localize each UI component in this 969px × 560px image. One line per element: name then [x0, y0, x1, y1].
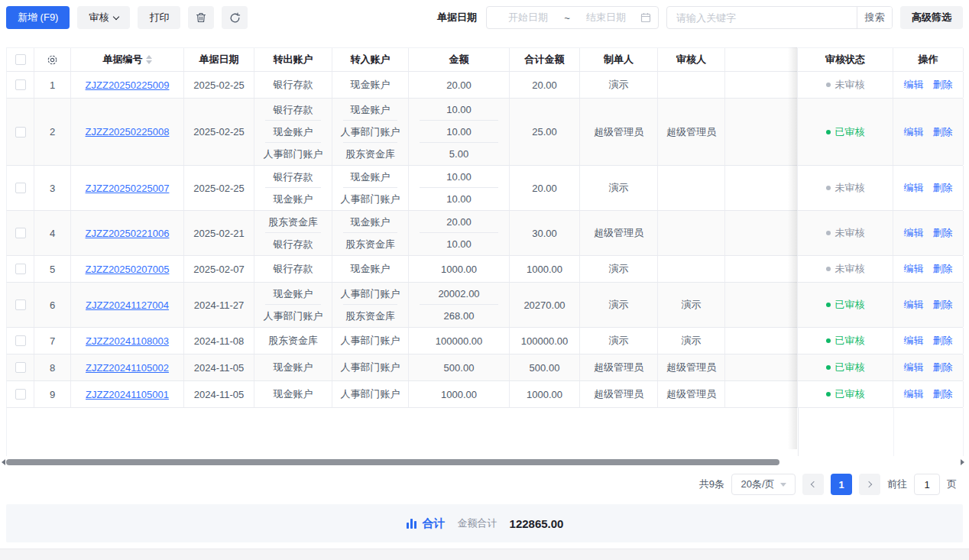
edit-link[interactable]: 编辑 [904, 387, 924, 401]
delete-link[interactable]: 删除 [933, 78, 953, 92]
row-select-cell [7, 328, 34, 354]
status-dot [826, 338, 831, 343]
date-range-picker[interactable]: 开始日期 ~ 结束日期 [486, 6, 659, 29]
transfer-amount: 20002.00 [409, 283, 509, 305]
cell-doc-code: ZJZZ20241108003 [71, 328, 184, 354]
cell-doc-code: ZJZZ20250207005 [71, 256, 184, 282]
print-button[interactable]: 打印 [138, 6, 180, 29]
status-dot [826, 267, 831, 271]
search-button[interactable]: 搜索 [857, 7, 892, 28]
edit-link[interactable]: 编辑 [904, 226, 924, 240]
doc-code-link[interactable]: ZJZZ20250207005 [86, 264, 170, 275]
goto-page-input[interactable] [914, 474, 940, 495]
sort-icon[interactable] [146, 55, 152, 64]
refresh-button[interactable] [222, 6, 248, 29]
goto-label: 前往 [887, 477, 907, 491]
cell-spacer [725, 354, 798, 380]
row-checkbox[interactable] [15, 362, 26, 373]
cell-operations: 编辑删除 [893, 328, 964, 354]
edit-link[interactable]: 编辑 [904, 125, 924, 139]
cell-auditor: 演示 [658, 283, 725, 327]
cell-audit-status: 已审核 [798, 381, 893, 407]
edit-link[interactable]: 编辑 [904, 361, 924, 374]
print-button-label: 打印 [149, 11, 169, 24]
page-size-select[interactable]: 20条/页 [731, 474, 796, 495]
row-checkbox[interactable] [15, 183, 26, 193]
row-index: 6 [34, 283, 71, 327]
prev-page-button[interactable] [802, 474, 824, 495]
column-header-in-account: 转入账户 [332, 48, 409, 71]
column-header-total: 合计金额 [510, 48, 580, 71]
scrollbar-thumb[interactable] [6, 459, 779, 465]
status-label: 已审核 [835, 387, 865, 401]
fixed-columns-extension [798, 408, 964, 456]
calendar-icon [640, 12, 651, 23]
cell-doc-date: 2024-11-05 [184, 354, 254, 380]
audit-dropdown-button[interactable]: 审核 [77, 6, 130, 29]
delete-link[interactable]: 删除 [933, 262, 953, 276]
edit-link[interactable]: 编辑 [904, 262, 924, 276]
cell-operations: 编辑删除 [893, 256, 964, 282]
select-all-checkbox[interactable] [15, 54, 26, 65]
edit-link[interactable]: 编辑 [904, 298, 924, 312]
keyword-input[interactable] [667, 7, 857, 28]
transfer-amount: 268.00 [409, 305, 509, 327]
start-date-input[interactable]: 开始日期 [494, 11, 562, 24]
doc-code-link[interactable]: ZJZZ20241105001 [86, 389, 169, 400]
cell-maker: 演示 [580, 256, 658, 282]
table-header: 单据编号 单据日期 转出账户 转入账户 金额 合计金额 制单人 审核人 审核状态… [6, 47, 963, 72]
cell-in: 人事部门账户 [332, 328, 409, 354]
edit-link[interactable]: 编辑 [904, 334, 924, 348]
status-dot [826, 303, 831, 307]
cell-operations: 编辑删除 [893, 166, 964, 210]
delete-link[interactable]: 删除 [933, 387, 953, 401]
advanced-filter-button[interactable]: 高级筛选 [900, 6, 963, 29]
cell-audit-status: 未审核 [798, 166, 893, 210]
cell-operations: 编辑删除 [893, 99, 964, 165]
doc-code-link[interactable]: ZJZZ20250225009 [86, 79, 170, 91]
doc-code-link[interactable]: ZJZZ20250221006 [86, 228, 170, 239]
row-checkbox[interactable] [15, 299, 26, 310]
delete-link[interactable]: 删除 [933, 361, 953, 374]
delete-link[interactable]: 删除 [933, 298, 953, 312]
status-dot [826, 130, 831, 134]
column-settings-gear-icon[interactable] [47, 54, 58, 66]
delete-button[interactable] [188, 6, 214, 29]
column-header-code[interactable]: 单据编号 [71, 48, 184, 71]
delete-link[interactable]: 删除 [933, 334, 953, 348]
page-number-button[interactable]: 1 [831, 474, 852, 495]
add-button[interactable]: 新增 (F9) [6, 6, 70, 29]
transfer-out-account: 现金账户 [254, 188, 332, 210]
delete-link[interactable]: 删除 [933, 181, 953, 195]
row-select-cell [7, 381, 34, 407]
row-checkbox[interactable] [15, 127, 26, 138]
row-index: 5 [34, 256, 71, 282]
edit-link[interactable]: 编辑 [904, 181, 924, 195]
doc-code-link[interactable]: ZJZZ20250225008 [86, 126, 170, 138]
transfer-in-account: 现金账户 [332, 72, 408, 98]
transfer-out-account: 人事部门账户 [254, 305, 332, 327]
cell-amount: 1000.00 [409, 256, 510, 282]
delete-link[interactable]: 删除 [933, 125, 953, 139]
doc-code-link[interactable]: ZJZZ20241108003 [86, 335, 169, 347]
cell-maker: 演示 [580, 283, 658, 327]
transfer-amount: 1000.00 [409, 256, 509, 282]
row-checkbox[interactable] [15, 79, 26, 90]
scroll-left-arrow-icon[interactable] [2, 459, 5, 465]
doc-code-link[interactable]: ZJZZ20241127004 [86, 299, 169, 311]
doc-code-link[interactable]: ZJZZ20241105002 [86, 362, 169, 374]
chevron-left-icon [811, 481, 817, 487]
next-page-button[interactable] [859, 474, 880, 495]
row-checkbox[interactable] [15, 335, 26, 346]
transfer-in-account: 人事部门账户 [332, 283, 408, 305]
end-date-input[interactable]: 结束日期 [572, 11, 640, 24]
row-checkbox[interactable] [15, 228, 26, 238]
delete-link[interactable]: 删除 [933, 226, 953, 240]
table-row: 4ZJZZ202502210062025-02-21股东资金库银行存款现金账户股… [6, 211, 963, 256]
cell-spacer [725, 381, 798, 407]
scroll-right-arrow-icon[interactable] [961, 459, 964, 465]
row-checkbox[interactable] [15, 389, 26, 400]
row-checkbox[interactable] [15, 264, 26, 274]
edit-link[interactable]: 编辑 [904, 78, 924, 92]
doc-code-link[interactable]: ZJZZ20250225007 [86, 183, 170, 194]
